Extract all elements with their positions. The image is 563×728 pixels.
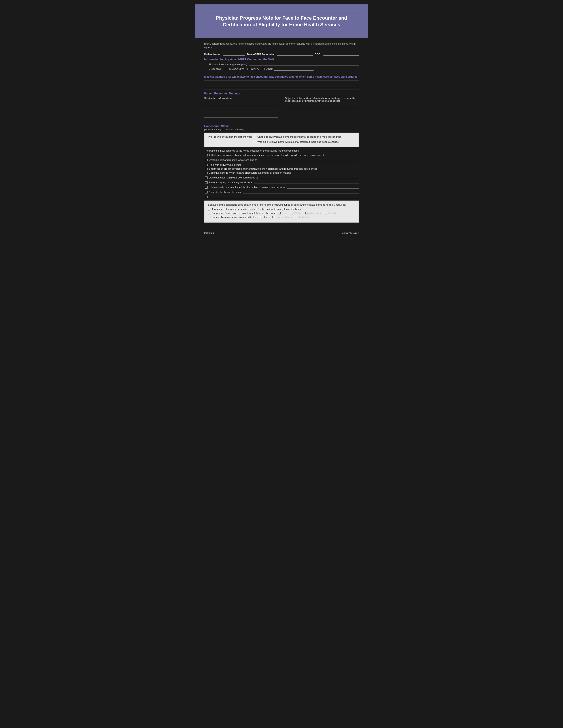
patient-name-label: Patient Name: bbox=[204, 53, 221, 56]
objective-line-3[interactable] bbox=[285, 116, 359, 120]
cond-6-text: Recent surgery has activity restrictions… bbox=[209, 181, 253, 184]
transport-van-label: Transport Van bbox=[276, 216, 292, 218]
homebound-sub: (Does not apply to Medicaid patients) bbox=[204, 128, 359, 131]
form-code: 10/15 MC 1537 bbox=[342, 231, 359, 234]
f2f-date-field[interactable] bbox=[277, 52, 313, 56]
patient-info-row: Patient Name: Date of F2F Encounter: DOB… bbox=[204, 52, 359, 56]
cond-9-checkbox[interactable] bbox=[205, 196, 207, 198]
diagnosis-line-1[interactable] bbox=[204, 83, 359, 87]
objective-line-1[interactable] bbox=[285, 103, 359, 108]
cond-3-text: Shortness of breath develops after ambul… bbox=[209, 167, 318, 170]
cond-item-2: Pain with activity which limits bbox=[204, 163, 359, 166]
assist-2-checkbox[interactable] bbox=[208, 212, 210, 214]
assist-item-3: Special Transportation is required to le… bbox=[208, 216, 355, 218]
diagnosis-section: Medical diagnosis for which face to face… bbox=[204, 75, 359, 90]
encounter-heading: Patient Encounter Findings: bbox=[204, 92, 359, 95]
prior-option1-checkbox[interactable] bbox=[254, 136, 256, 138]
assist-3-checkbox[interactable] bbox=[208, 216, 210, 218]
transport-van-checkbox[interactable] bbox=[272, 216, 275, 218]
objective-line-2[interactable] bbox=[285, 110, 359, 114]
assist-item-1[interactable]: Assistance of another person is required… bbox=[208, 208, 355, 210]
transport-van[interactable]: Transport Van bbox=[272, 216, 292, 218]
cond-8-text: Patient is bedbound because bbox=[209, 191, 241, 193]
cond-item-0: Arthritis and weakness limits endurance … bbox=[204, 154, 359, 156]
device-walker[interactable]: Walker bbox=[291, 212, 302, 214]
device-wheelchair-label: Wheelchair bbox=[309, 212, 322, 214]
dob-label: DOB: bbox=[315, 53, 321, 56]
cond-5-line[interactable] bbox=[259, 175, 359, 179]
cred-nppa-checkbox[interactable] bbox=[247, 68, 250, 70]
content-area: (Per Medicare regulations, this form can… bbox=[195, 38, 368, 227]
subjective-line-2[interactable] bbox=[204, 107, 278, 111]
cond-2-checkbox[interactable] bbox=[205, 164, 207, 166]
transport-ambulance-checkbox[interactable] bbox=[295, 216, 298, 218]
cond-8-checkbox[interactable] bbox=[205, 191, 207, 193]
patient-name-field[interactable] bbox=[223, 52, 245, 56]
homebound-heading: Homebound Status: bbox=[204, 125, 359, 128]
assist-devices: Cane Walker Wheelchair Crutches bbox=[278, 212, 338, 214]
diagnosis-heading: Medical diagnosis for which face to face… bbox=[204, 75, 359, 78]
cred-nppa[interactable]: NP/PA bbox=[247, 68, 258, 70]
cred-mddodpm[interactable]: MD/DO/DPM bbox=[226, 68, 244, 70]
cond-item-9 bbox=[204, 195, 359, 198]
conditions-section: The patient is now confined to the home … bbox=[204, 149, 359, 198]
cond-7-text: It is medically contraindicated for the … bbox=[209, 186, 286, 189]
assist-1-text: Assistance of another person is required… bbox=[212, 208, 302, 210]
cond-7-line[interactable] bbox=[287, 185, 359, 189]
subjective-line-3[interactable] bbox=[204, 113, 278, 118]
cond-2-text: Pain with activity which limits bbox=[209, 163, 241, 166]
assist-1-checkbox[interactable] bbox=[208, 208, 210, 210]
prior-option2-text: Was able to leave home with minimal effo… bbox=[257, 141, 339, 143]
objective-col: Objective information (physical exam fin… bbox=[285, 97, 359, 122]
cond-1-line[interactable] bbox=[258, 158, 359, 161]
assistance-box: Because of the conditions cited above, o… bbox=[204, 201, 359, 223]
subjective-label: Subjective information: bbox=[204, 97, 278, 99]
assist-item-2: Supportive Devices are required to safel… bbox=[208, 212, 355, 214]
prior-option1-row[interactable]: Unable to safely leave home independentl… bbox=[254, 135, 342, 138]
cond-1-checkbox[interactable] bbox=[205, 159, 207, 161]
physician-name-label: First and Last Name (please print): bbox=[209, 63, 248, 66]
dob-field[interactable] bbox=[324, 52, 359, 56]
prior-option2-checkbox[interactable] bbox=[254, 141, 256, 143]
cond-5-checkbox[interactable] bbox=[205, 176, 207, 179]
cond-4-checkbox[interactable] bbox=[205, 172, 207, 174]
physician-name-field[interactable] bbox=[249, 62, 359, 66]
device-wheelchair[interactable]: Wheelchair bbox=[305, 212, 322, 214]
transport-ambulance-label: Ambulance bbox=[299, 216, 311, 218]
cond-8-line[interactable] bbox=[243, 190, 359, 193]
cond-0-checkbox[interactable] bbox=[205, 154, 207, 156]
cond-7-checkbox[interactable] bbox=[205, 186, 207, 189]
prior-option2-row[interactable]: Was able to leave home with minimal effo… bbox=[254, 141, 342, 143]
medicare-note: (Per Medicare regulations, this form can… bbox=[204, 42, 359, 49]
encounter-columns: Subjective information: Objective inform… bbox=[204, 97, 359, 122]
device-crutches-checkbox[interactable] bbox=[325, 212, 327, 214]
device-wheelchair-checkbox[interactable] bbox=[305, 212, 308, 214]
transport-ambulance[interactable]: Ambulance bbox=[295, 216, 311, 218]
assist-3-pre: Special Transportation is required to le… bbox=[212, 216, 271, 218]
cred-mddodpm-checkbox[interactable] bbox=[226, 68, 228, 70]
header-title: Physician Progress Note for Face to Face… bbox=[204, 15, 359, 28]
cond-item-7: It is medically contraindicated for the … bbox=[204, 185, 359, 189]
credentials-label: Credentials: bbox=[209, 68, 222, 70]
assist-2-pre: Supportive Devices are required to safel… bbox=[212, 212, 277, 214]
device-cane-checkbox[interactable] bbox=[278, 212, 280, 214]
assist-transport: Transport Van Ambulance bbox=[272, 216, 311, 218]
cond-5-text: Develops chest pain with exertion relate… bbox=[209, 176, 258, 179]
prior-label: Prior to this encounter, the patient was… bbox=[208, 135, 252, 138]
device-crutches[interactable]: Crutches bbox=[325, 212, 339, 214]
cond-6-checkbox[interactable] bbox=[205, 181, 207, 184]
subjective-line-1[interactable] bbox=[204, 101, 278, 105]
device-walker-checkbox[interactable] bbox=[291, 212, 294, 214]
cond-item-8: Patient is bedbound because bbox=[204, 190, 359, 193]
cond-9-line[interactable] bbox=[209, 195, 359, 198]
physician-name-row: First and Last Name (please print): bbox=[204, 62, 359, 66]
device-cane[interactable]: Cane bbox=[278, 212, 288, 214]
cond-2-line[interactable] bbox=[242, 163, 359, 166]
page-number: Page 1/2 bbox=[204, 231, 214, 234]
subjective-col: Subjective information: bbox=[204, 97, 278, 122]
cred-other-checkbox[interactable] bbox=[262, 68, 264, 70]
cred-other-field[interactable] bbox=[274, 67, 314, 71]
cond-3-checkbox[interactable] bbox=[205, 168, 207, 170]
cond-6-line[interactable] bbox=[254, 180, 359, 184]
objective-label: Objective information (physical exam fin… bbox=[285, 97, 359, 102]
